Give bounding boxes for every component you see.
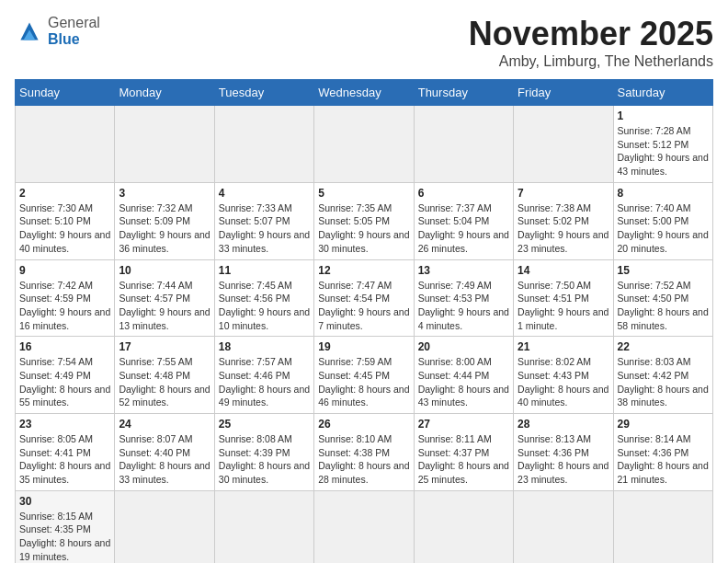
calendar-cell	[115, 106, 214, 183]
day-info: Sunrise: 8:15 AM Sunset: 4:35 PM Dayligh…	[19, 510, 110, 563]
calendar-cell: 15Sunrise: 7:52 AM Sunset: 4:50 PM Dayli…	[613, 259, 712, 337]
logo: General Blue	[15, 15, 100, 47]
day-number: 8	[618, 187, 709, 200]
day-info: Sunrise: 7:47 AM Sunset: 4:54 PM Dayligh…	[318, 279, 409, 333]
day-info: Sunrise: 8:02 AM Sunset: 4:43 PM Dayligh…	[518, 355, 609, 409]
calendar-cell	[214, 490, 313, 563]
calendar-cell: 18Sunrise: 7:57 AM Sunset: 4:46 PM Dayli…	[214, 337, 313, 414]
day-info: Sunrise: 8:05 AM Sunset: 4:41 PM Dayligh…	[19, 432, 110, 487]
calendar-cell: 1Sunrise: 7:28 AM Sunset: 5:12 PM Daylig…	[613, 106, 712, 183]
weekday-header-saturday: Saturday	[613, 80, 712, 106]
day-number: 29	[618, 418, 709, 431]
day-info: Sunrise: 7:30 AM Sunset: 5:10 PM Dayligh…	[19, 201, 110, 256]
day-info: Sunrise: 7:45 AM Sunset: 4:56 PM Dayligh…	[219, 279, 310, 333]
day-number: 28	[518, 418, 609, 431]
day-info: Sunrise: 7:59 AM Sunset: 4:45 PM Dayligh…	[318, 355, 409, 409]
calendar-cell: 20Sunrise: 8:00 AM Sunset: 4:44 PM Dayli…	[414, 337, 513, 414]
day-info: Sunrise: 7:54 AM Sunset: 4:49 PM Dayligh…	[19, 355, 110, 409]
day-info: Sunrise: 7:44 AM Sunset: 4:57 PM Dayligh…	[119, 279, 210, 333]
calendar-cell: 24Sunrise: 8:07 AM Sunset: 4:40 PM Dayli…	[115, 414, 214, 491]
calendar-cell	[314, 106, 414, 183]
day-number: 24	[119, 418, 210, 431]
day-info: Sunrise: 7:35 AM Sunset: 5:05 PM Dayligh…	[318, 201, 409, 256]
day-number: 18	[219, 340, 310, 353]
day-number: 1	[618, 109, 709, 122]
day-number: 6	[418, 187, 509, 200]
day-number: 5	[318, 187, 409, 200]
calendar-cell: 11Sunrise: 7:45 AM Sunset: 4:56 PM Dayli…	[214, 259, 313, 337]
calendar-cell	[514, 490, 613, 563]
calendar-cell: 27Sunrise: 8:11 AM Sunset: 4:37 PM Dayli…	[414, 414, 513, 491]
day-info: Sunrise: 7:55 AM Sunset: 4:48 PM Dayligh…	[119, 355, 210, 409]
day-info: Sunrise: 8:11 AM Sunset: 4:37 PM Dayligh…	[418, 432, 509, 487]
day-info: Sunrise: 7:33 AM Sunset: 5:07 PM Dayligh…	[219, 201, 310, 256]
day-number: 22	[618, 340, 709, 353]
calendar-cell: 14Sunrise: 7:50 AM Sunset: 4:51 PM Dayli…	[514, 259, 613, 337]
day-info: Sunrise: 8:08 AM Sunset: 4:39 PM Dayligh…	[219, 432, 310, 487]
weekday-header-row: SundayMondayTuesdayWednesdayThursdayFrid…	[16, 80, 713, 106]
day-info: Sunrise: 8:07 AM Sunset: 4:40 PM Dayligh…	[119, 432, 210, 487]
month-title: November 2025	[469, 15, 713, 53]
day-number: 9	[19, 264, 110, 277]
calendar-cell: 16Sunrise: 7:54 AM Sunset: 4:49 PM Dayli…	[16, 337, 115, 414]
calendar-cell: 17Sunrise: 7:55 AM Sunset: 4:48 PM Dayli…	[115, 337, 214, 414]
calendar-cell: 23Sunrise: 8:05 AM Sunset: 4:41 PM Dayli…	[16, 414, 115, 491]
day-info: Sunrise: 8:03 AM Sunset: 4:42 PM Dayligh…	[618, 355, 709, 409]
calendar-cell: 12Sunrise: 7:47 AM Sunset: 4:54 PM Dayli…	[314, 259, 414, 337]
day-number: 17	[119, 340, 210, 353]
day-info: Sunrise: 8:14 AM Sunset: 4:36 PM Dayligh…	[618, 432, 709, 487]
day-number: 26	[318, 418, 409, 431]
location: Amby, Limburg, The Netherlands	[469, 53, 713, 70]
calendar-cell: 10Sunrise: 7:44 AM Sunset: 4:57 PM Dayli…	[115, 259, 214, 337]
day-number: 11	[219, 264, 310, 277]
day-number: 14	[518, 264, 609, 277]
day-number: 21	[518, 340, 609, 353]
calendar-cell: 2Sunrise: 7:30 AM Sunset: 5:10 PM Daylig…	[16, 182, 115, 259]
day-info: Sunrise: 8:13 AM Sunset: 4:36 PM Dayligh…	[518, 432, 609, 487]
calendar-cell: 21Sunrise: 8:02 AM Sunset: 4:43 PM Dayli…	[514, 337, 613, 414]
day-info: Sunrise: 7:40 AM Sunset: 5:00 PM Dayligh…	[618, 201, 709, 256]
weekday-header-wednesday: Wednesday	[314, 80, 414, 106]
calendar-cell: 13Sunrise: 7:49 AM Sunset: 4:53 PM Dayli…	[414, 259, 513, 337]
day-number: 15	[618, 264, 709, 277]
day-number: 30	[19, 495, 110, 508]
day-info: Sunrise: 7:38 AM Sunset: 5:02 PM Dayligh…	[518, 201, 609, 256]
calendar-week-row: 16Sunrise: 7:54 AM Sunset: 4:49 PM Dayli…	[16, 337, 713, 414]
calendar-cell: 22Sunrise: 8:03 AM Sunset: 4:42 PM Dayli…	[613, 337, 712, 414]
calendar-cell	[414, 106, 513, 183]
day-number: 3	[119, 187, 210, 200]
day-number: 16	[19, 340, 110, 353]
day-info: Sunrise: 7:42 AM Sunset: 4:59 PM Dayligh…	[19, 279, 110, 333]
calendar-cell: 7Sunrise: 7:38 AM Sunset: 5:02 PM Daylig…	[514, 182, 613, 259]
logo-text: General Blue	[48, 15, 100, 47]
day-info: Sunrise: 8:00 AM Sunset: 4:44 PM Dayligh…	[418, 355, 509, 409]
calendar-week-row: 1Sunrise: 7:28 AM Sunset: 5:12 PM Daylig…	[16, 106, 713, 183]
calendar-cell	[115, 490, 214, 563]
calendar-cell: 28Sunrise: 8:13 AM Sunset: 4:36 PM Dayli…	[514, 414, 613, 491]
calendar-cell	[16, 106, 115, 183]
day-info: Sunrise: 7:32 AM Sunset: 5:09 PM Dayligh…	[119, 201, 210, 256]
calendar-cell	[214, 106, 313, 183]
logo-icon	[15, 17, 44, 46]
day-info: Sunrise: 7:52 AM Sunset: 4:50 PM Dayligh…	[618, 279, 709, 333]
day-info: Sunrise: 8:10 AM Sunset: 4:38 PM Dayligh…	[318, 432, 409, 487]
calendar-cell: 9Sunrise: 7:42 AM Sunset: 4:59 PM Daylig…	[16, 259, 115, 337]
calendar-cell	[414, 490, 513, 563]
weekday-header-friday: Friday	[514, 80, 613, 106]
day-number: 27	[418, 418, 509, 431]
calendar-cell: 19Sunrise: 7:59 AM Sunset: 4:45 PM Dayli…	[314, 337, 414, 414]
calendar-cell: 5Sunrise: 7:35 AM Sunset: 5:05 PM Daylig…	[314, 182, 414, 259]
day-number: 25	[219, 418, 310, 431]
day-info: Sunrise: 7:28 AM Sunset: 5:12 PM Dayligh…	[618, 124, 709, 178]
weekday-header-sunday: Sunday	[16, 80, 115, 106]
calendar-cell: 6Sunrise: 7:37 AM Sunset: 5:04 PM Daylig…	[414, 182, 513, 259]
calendar-cell: 29Sunrise: 8:14 AM Sunset: 4:36 PM Dayli…	[613, 414, 712, 491]
calendar-cell	[613, 490, 712, 563]
day-number: 23	[19, 418, 110, 431]
day-number: 7	[518, 187, 609, 200]
logo-blue: Blue	[48, 31, 100, 48]
day-number: 4	[219, 187, 310, 200]
calendar-cell	[514, 106, 613, 183]
calendar-cell: 25Sunrise: 8:08 AM Sunset: 4:39 PM Dayli…	[214, 414, 313, 491]
day-number: 20	[418, 340, 509, 353]
